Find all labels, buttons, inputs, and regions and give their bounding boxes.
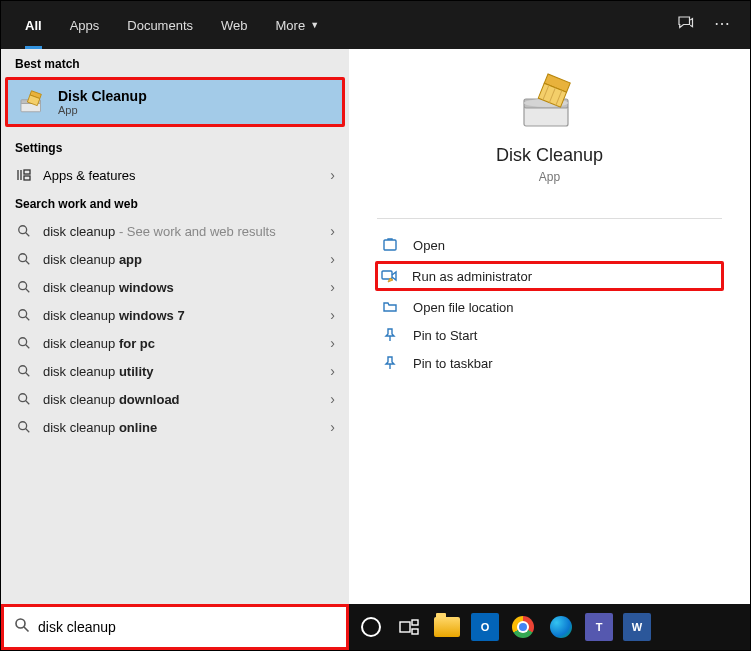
- apps-features-icon: [15, 167, 33, 183]
- disk-cleanup-icon: [18, 89, 48, 115]
- cortana-button[interactable]: [357, 613, 385, 641]
- task-view-icon: [399, 619, 419, 635]
- edge-button[interactable]: [547, 613, 575, 641]
- web-result[interactable]: disk cleanup windows 7 ›: [1, 301, 349, 329]
- search-icon: [15, 224, 33, 238]
- web-result[interactable]: disk cleanup windows ›: [1, 273, 349, 301]
- web-result-text: disk cleanup app: [43, 252, 142, 267]
- tab-label: More: [276, 18, 306, 33]
- web-result-text: disk cleanup online: [43, 420, 157, 435]
- search-icon: [15, 308, 33, 322]
- svg-point-14: [19, 310, 27, 318]
- svg-line-11: [26, 261, 30, 265]
- svg-point-22: [19, 422, 27, 430]
- web-result[interactable]: disk cleanup utility ›: [1, 357, 349, 385]
- feedback-icon[interactable]: [676, 14, 694, 36]
- header-actions: ⋯: [676, 14, 740, 36]
- teams-button[interactable]: T: [585, 613, 613, 641]
- tab-web[interactable]: Web: [207, 1, 262, 49]
- action-pin-to-taskbar[interactable]: Pin to taskbar: [377, 349, 722, 377]
- chevron-right-icon: ›: [330, 251, 335, 267]
- action-open-file-location[interactable]: Open file location: [377, 293, 722, 321]
- pin-start-icon: [381, 327, 399, 343]
- svg-rect-7: [24, 176, 30, 180]
- tab-label: Documents: [127, 18, 193, 33]
- best-match-result[interactable]: Disk Cleanup App: [5, 77, 345, 127]
- search-box[interactable]: [1, 604, 349, 650]
- search-icon: [15, 280, 33, 294]
- cortana-icon: [361, 617, 381, 637]
- filter-tabs: All Apps Documents Web More▼: [11, 1, 333, 49]
- pin-taskbar-icon: [381, 355, 399, 371]
- chevron-right-icon: ›: [330, 307, 335, 323]
- tab-apps[interactable]: Apps: [56, 1, 114, 49]
- outlook-button[interactable]: O: [471, 613, 499, 641]
- web-result[interactable]: disk cleanup app ›: [1, 245, 349, 273]
- svg-rect-33: [382, 271, 392, 279]
- edge-icon: [550, 616, 572, 638]
- chevron-right-icon: ›: [330, 419, 335, 435]
- action-label: Pin to Start: [413, 328, 477, 343]
- task-view-button[interactable]: [395, 613, 423, 641]
- more-icon[interactable]: ⋯: [714, 14, 730, 36]
- web-result-text: disk cleanup - See work and web results: [43, 224, 276, 239]
- bottom-bar: O T W: [1, 604, 750, 650]
- web-result[interactable]: disk cleanup for pc ›: [1, 329, 349, 357]
- chevron-right-icon: ›: [330, 391, 335, 407]
- web-result[interactable]: disk cleanup online ›: [1, 413, 349, 441]
- tab-documents[interactable]: Documents: [113, 1, 207, 49]
- web-result[interactable]: disk cleanup - See work and web results …: [1, 217, 349, 245]
- settings-item-apps-features[interactable]: Apps & features ›: [1, 161, 349, 189]
- web-result-text: disk cleanup for pc: [43, 336, 155, 351]
- best-match-title: Disk Cleanup: [58, 88, 147, 104]
- chevron-right-icon: ›: [330, 335, 335, 351]
- svg-point-36: [16, 619, 25, 628]
- search-icon: [14, 617, 30, 637]
- best-match-label: Best match: [1, 49, 349, 77]
- settings-item-label: Apps & features: [43, 168, 136, 183]
- search-header: All Apps Documents Web More▼ ⋯: [1, 1, 750, 49]
- preview-pane: Disk Cleanup App Open Run as administrat…: [349, 49, 750, 604]
- svg-rect-6: [24, 170, 30, 174]
- best-match-text: Disk Cleanup App: [58, 88, 147, 116]
- tab-all[interactable]: All: [11, 1, 56, 49]
- svg-rect-39: [412, 620, 418, 625]
- chrome-icon: [512, 616, 534, 638]
- action-label: Open file location: [413, 300, 513, 315]
- svg-point-8: [19, 226, 27, 234]
- tab-label: Apps: [70, 18, 100, 33]
- preview-subtitle: App: [539, 170, 560, 184]
- tab-label: Web: [221, 18, 248, 33]
- search-input[interactable]: [38, 619, 336, 635]
- search-icon: [15, 420, 33, 434]
- chevron-down-icon: ▼: [310, 20, 319, 30]
- action-open[interactable]: Open: [377, 231, 722, 259]
- folder-icon: [434, 617, 460, 637]
- taskbar: O T W: [349, 604, 750, 650]
- search-icon: [15, 252, 33, 266]
- chevron-right-icon: ›: [330, 363, 335, 379]
- web-result[interactable]: disk cleanup download ›: [1, 385, 349, 413]
- action-run-as-admin[interactable]: Run as administrator: [375, 261, 724, 291]
- results-pane: Best match Disk Cleanup App Settings: [1, 49, 349, 604]
- word-button[interactable]: W: [623, 613, 651, 641]
- chevron-right-icon: ›: [330, 279, 335, 295]
- best-match-sub: App: [58, 104, 147, 116]
- settings-label: Settings: [1, 133, 349, 161]
- web-result-text: disk cleanup utility: [43, 364, 154, 379]
- file-explorer-button[interactable]: [433, 613, 461, 641]
- search-icon: [15, 336, 33, 350]
- svg-rect-38: [400, 622, 410, 632]
- web-result-text: disk cleanup windows 7: [43, 308, 185, 323]
- action-label: Run as administrator: [412, 269, 532, 284]
- svg-rect-40: [412, 629, 418, 634]
- svg-line-9: [26, 233, 30, 237]
- svg-line-37: [24, 627, 29, 632]
- chrome-button[interactable]: [509, 613, 537, 641]
- tab-more[interactable]: More▼: [262, 1, 334, 49]
- svg-line-21: [26, 401, 30, 405]
- word-icon: W: [632, 621, 642, 633]
- disk-cleanup-icon-large: [518, 69, 582, 133]
- svg-rect-32: [384, 240, 396, 250]
- action-pin-to-start[interactable]: Pin to Start: [377, 321, 722, 349]
